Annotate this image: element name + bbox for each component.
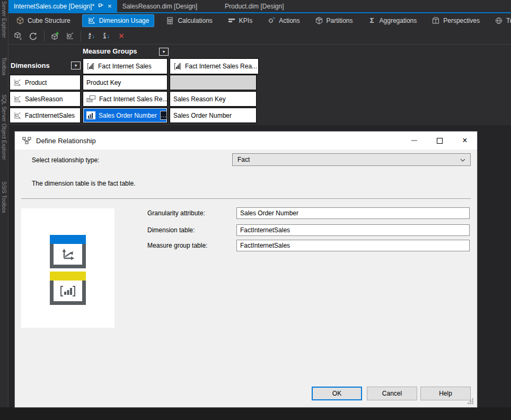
- tab-product-dim[interactable]: Product.dim [Design]: [219, 0, 289, 12]
- tab-calculations[interactable]: Calculations: [163, 15, 215, 27]
- pin-icon[interactable]: [98, 3, 104, 10]
- dimension-icon: [13, 78, 22, 87]
- tab-internetsales-cube[interactable]: InternetSales.cube [Design]* ×: [8, 0, 117, 12]
- cell-empty[interactable]: [170, 75, 257, 90]
- many-to-many-icon: [86, 95, 96, 103]
- globe-icon: [495, 16, 503, 25]
- tab-label: Cube Structure: [28, 17, 71, 24]
- tab-partitions[interactable]: Partitions: [312, 15, 356, 27]
- column-header-fact-internet-sales[interactable]: Fact Internet Sales: [83, 58, 168, 74]
- minimize-button[interactable]: [410, 137, 418, 144]
- cell-sales-reason-key[interactable]: Sales Reason Key: [170, 91, 257, 107]
- maximize-button[interactable]: [436, 137, 443, 144]
- dimension-label: SalesReason: [25, 95, 63, 103]
- column-header-label: Fact Internet Sales Rea...: [185, 63, 257, 70]
- designer-tab-bar: Cube Structure Dimension Usage Calculati…: [8, 13, 511, 28]
- dimension-icon: [13, 95, 22, 103]
- measure-group-table-label: Measure group table:: [147, 242, 207, 249]
- tab-label: Translations: [506, 17, 511, 24]
- dimension-table-icon: [50, 235, 86, 268]
- svg-text:s: s: [20, 37, 22, 40]
- sort-descending-button[interactable]: ZA↓: [101, 30, 112, 42]
- measure-group-icon: [173, 62, 182, 71]
- relationship-icon: [22, 137, 31, 145]
- ok-button[interactable]: OK: [312, 387, 362, 400]
- tab-salesreason-dim[interactable]: SalesReason.dim [Design]: [117, 0, 202, 12]
- side-tab-server-explorer[interactable]: Server Explorer: [1, 1, 7, 38]
- measure-group-table-field[interactable]: FactInternetSales: [236, 240, 470, 251]
- define-relationship-dialog: Define Relationship × Select relationshi…: [15, 132, 477, 407]
- chevron-down-icon: [460, 156, 465, 163]
- tab-dimension-usage[interactable]: Dimension Usage: [82, 14, 155, 27]
- cell-label: Sales Reason Key: [173, 95, 226, 103]
- tab-label: Aggregations: [380, 17, 417, 24]
- field-value: FactInternetSales: [240, 242, 290, 249]
- cell-product-key[interactable]: Product Key: [83, 75, 168, 90]
- partition-cube-icon: [315, 16, 323, 25]
- close-button[interactable]: ×: [461, 137, 469, 144]
- tab-label: SalesReason.dim [Design]: [122, 3, 197, 10]
- tab-translations[interactable]: Translations: [491, 15, 511, 27]
- add-dimension-button[interactable]: [64, 30, 76, 42]
- dimension-label: Product: [25, 79, 47, 86]
- cell-label: Sales Order Number: [173, 112, 232, 119]
- measure-groups-dropdown[interactable]: ▼: [159, 48, 169, 56]
- tab-actions[interactable]: Actions: [264, 15, 303, 27]
- delete-button[interactable]: ×: [116, 30, 127, 42]
- dialog-title: Define Relationship: [36, 137, 96, 145]
- cell-fact-internet-sales-reason[interactable]: Fact Internet Sales Re...: [83, 91, 168, 107]
- resize-grip[interactable]: [468, 398, 473, 404]
- dialog-title-bar[interactable]: Define Relationship ×: [15, 132, 477, 150]
- tab-label: KPIs: [239, 17, 252, 24]
- side-tab-toolbox[interactable]: Toolbox: [1, 57, 7, 75]
- measure-group-icon: [86, 62, 95, 71]
- dimension-table-field[interactable]: FactInternetSales: [236, 224, 470, 236]
- side-tab-sql-server-object-explorer[interactable]: SQL Server Object Explorer: [1, 94, 7, 160]
- field-value: Sales Order Number: [240, 209, 298, 217]
- granularity-attribute-label: Granularity attribute:: [147, 209, 205, 217]
- calculator-icon: [166, 16, 174, 25]
- dimension-usage-icon: [87, 16, 96, 25]
- cube-icon: [16, 16, 24, 25]
- dimension-icon: [13, 111, 22, 120]
- process-button[interactable]: s: [13, 30, 24, 42]
- relationship-illustration-panel: [21, 208, 114, 328]
- new-cube-button[interactable]: [49, 30, 61, 42]
- relationship-type-select[interactable]: Fact: [232, 153, 471, 166]
- dimension-row-salesreason[interactable]: SalesReason: [10, 91, 81, 107]
- refresh-button[interactable]: [28, 30, 39, 42]
- sort-ascending-button[interactable]: AZ↓: [86, 30, 98, 42]
- granularity-attribute-field[interactable]: Sales Order Number: [236, 207, 470, 219]
- dimension-table-label: Dimension table:: [147, 226, 195, 234]
- column-header-fact-internet-sales-reason[interactable]: Fact Internet Sales Rea...: [170, 58, 259, 74]
- tab-perspectives[interactable]: Perspectives: [428, 15, 483, 27]
- toolbar-separator: [81, 31, 81, 41]
- cell-sales-order-number-selected[interactable]: Sales Order Number …: [83, 108, 168, 123]
- cell-label: Fact Internet Sales Re...: [99, 95, 168, 103]
- tab-label: Perspectives: [443, 17, 480, 24]
- close-icon[interactable]: ×: [108, 3, 112, 10]
- dimension-row-product[interactable]: Product: [10, 75, 81, 90]
- cell-sales-order-number[interactable]: Sales Order Number: [170, 108, 257, 123]
- side-tab-strip: Server Explorer Toolbox SQL Server Objec…: [0, 0, 8, 420]
- tab-cube-structure[interactable]: Cube Structure: [13, 15, 74, 27]
- cancel-button[interactable]: Cancel: [367, 387, 417, 400]
- tab-label: Calculations: [178, 17, 212, 24]
- cell-label: Sales Order Number: [99, 112, 157, 119]
- dimension-label: FactInternetSales: [25, 112, 75, 119]
- browse-relationship-button[interactable]: …: [160, 111, 167, 120]
- tab-aggregations[interactable]: Σ Aggregations: [365, 15, 420, 27]
- relationship-description: The dimension table is the fact table.: [32, 180, 135, 187]
- tab-label: Product.dim [Design]: [225, 3, 284, 10]
- measure-group-table-icon: [50, 272, 86, 305]
- help-button[interactable]: Help: [420, 387, 471, 400]
- column-header-label: Fact Internet Sales: [98, 63, 152, 70]
- dimension-row-factinternetsales[interactable]: FactInternetSales: [10, 108, 81, 123]
- side-tab-ssis-toolbox[interactable]: SSIS Toolbox: [1, 181, 7, 213]
- cell-label: Product Key: [86, 79, 121, 86]
- tab-kpis[interactable]: KPIs: [224, 15, 256, 27]
- dimensions-dropdown[interactable]: ▼: [71, 62, 81, 69]
- status-area: [0, 407, 511, 420]
- dialog-separator: [21, 198, 471, 199]
- designer-toolbar: s AZ↓ ZA↓ ×: [8, 28, 511, 45]
